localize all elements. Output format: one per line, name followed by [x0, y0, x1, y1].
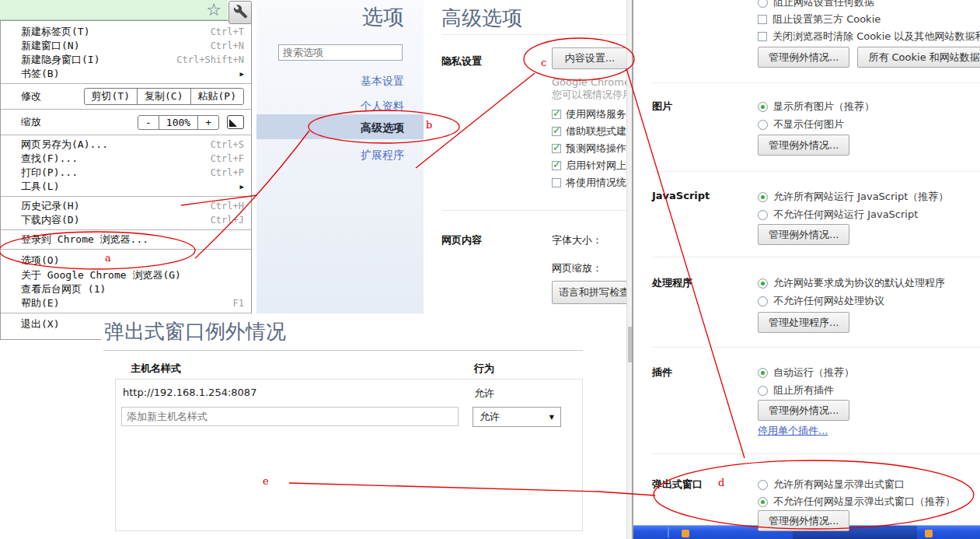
images-section-label: 图片: [652, 100, 672, 114]
menu-separator: [1, 109, 251, 110]
menu-label: 打印(P)...: [21, 166, 78, 180]
taskbar-app-icon[interactable]: [682, 530, 689, 537]
menu-item-sign-in[interactable]: 登录到 Chrome 浏览器...: [1, 233, 251, 247]
section-divider: [652, 171, 980, 172]
privacy-checkbox-row: 预测网络操作，: [552, 142, 626, 156]
bookmark-star-icon[interactable]: ☆: [206, 0, 221, 20]
edit-button-group: 剪切(T) 复制(C) 粘贴(P): [84, 88, 244, 105]
language-spellcheck-button[interactable]: 语言和拼写检查...: [552, 281, 626, 304]
screenshot-root: ☆ 新建标签页(T)Ctrl+T 新建窗口(N)Ctrl+N 新建隐身窗口(I)…: [0, 0, 980, 539]
menu-item-new-tab[interactable]: 新建标签页(T)Ctrl+T: [1, 25, 251, 39]
privacy-description-line2: 您可以视情况停用: [552, 88, 626, 102]
radio-unselected-icon[interactable]: [758, 210, 768, 220]
menu-shortcut: Ctrl+H: [211, 201, 244, 212]
menu-item-print[interactable]: 打印(P)...Ctrl+P: [1, 166, 251, 180]
menu-item-downloads[interactable]: 下载内容(D)Ctrl+J: [1, 213, 251, 227]
menu-label: 历史记录(H): [21, 199, 79, 213]
checkbox-unchecked-icon[interactable]: [758, 15, 767, 24]
privacy-settings-label: 隐私设置: [441, 54, 482, 68]
checkbox-unchecked-icon[interactable]: [758, 32, 767, 41]
copy-button[interactable]: 复制(C): [137, 89, 190, 104]
fullscreen-icon[interactable]: [227, 115, 244, 129]
menu-item-find[interactable]: 查找(F)...Ctrl+F: [1, 152, 251, 166]
menu-separator: [1, 229, 251, 230]
radio-label: 不允许任何网站显示弹出式窗口（推荐）: [773, 495, 955, 509]
disable-individual-plugins-link[interactable]: 停用单个插件...: [758, 424, 828, 438]
radio-selected-icon[interactable]: [758, 102, 768, 112]
menu-item-bookmarks[interactable]: 书签(B)▶: [1, 67, 251, 81]
javascript-manage-exceptions-button[interactable]: 管理例外情况...: [758, 224, 849, 245]
menu-shortcut: Ctrl+N: [211, 40, 244, 51]
popup-exceptions-dialog: 弹出式窗口例外情况 主机名样式 行为 http://192.168.1.254:…: [101, 313, 598, 535]
sidebar-item-basics[interactable]: 基本设置: [361, 75, 404, 89]
menu-item-history[interactable]: 历史记录(H)Ctrl+H: [1, 199, 251, 213]
scrollbar-thumb[interactable]: [628, 327, 632, 362]
cut-button[interactable]: 剪切(T): [85, 89, 137, 104]
font-size-label: 字体大小：: [552, 233, 602, 247]
radio-unselected-icon[interactable]: [758, 296, 768, 306]
taskbar-app-icon[interactable]: [925, 530, 933, 537]
menu-item-about[interactable]: 关于 Google Chrome 浏览器(G): [1, 268, 251, 282]
section-divider: [652, 347, 980, 348]
checkbox-label: 启用针对网上诱: [566, 159, 626, 173]
checkbox-checked-icon[interactable]: [552, 144, 561, 153]
radio-label: 允许所有网站显示弹出式窗口: [773, 478, 905, 492]
menu-item-tools[interactable]: 工具(L)▶: [1, 180, 251, 194]
radio-unselected-icon[interactable]: [758, 480, 768, 490]
paste-button[interactable]: 粘贴(P): [190, 89, 243, 104]
all-cookies-button[interactable]: 所有 Cookie 和网站数据...: [857, 47, 980, 68]
menu-item-zoom: 缩放 - 100% +: [1, 112, 251, 132]
menu-label: 帮助(E): [21, 296, 59, 310]
behavior-select[interactable]: 允许 ▼: [473, 407, 561, 427]
browser-toolbar: ☆: [0, 0, 228, 20]
wrench-menu-button[interactable]: [228, 1, 252, 24]
menu-separator: [1, 249, 251, 250]
menu-item-options[interactable]: 选项(O): [1, 252, 251, 268]
menu-item-new-window[interactable]: 新建窗口(N)Ctrl+N: [1, 39, 251, 53]
menu-separator: [1, 83, 251, 84]
add-hostname-pattern-input[interactable]: [121, 407, 459, 426]
checkbox-checked-icon[interactable]: [552, 161, 561, 170]
menu-item-view-background-pages[interactable]: 查看后台网页 (1): [1, 282, 251, 296]
menu-label: 新建隐身窗口(I): [21, 53, 99, 67]
menu-label: 新建标签页(T): [21, 25, 89, 39]
manage-handlers-button[interactable]: 管理处理程序...: [758, 312, 849, 333]
sidebar-item-advanced[interactable]: 高级选项: [361, 121, 404, 135]
scrollbar[interactable]: [626, 0, 633, 539]
search-options-input[interactable]: [278, 44, 403, 61]
cookie-manage-exceptions-button[interactable]: 管理例外情况...: [758, 47, 849, 68]
checkbox-checked-icon[interactable]: [552, 127, 561, 136]
menu-label: 缩放: [21, 115, 41, 129]
radio-selected-icon[interactable]: [758, 368, 768, 378]
menu-item-new-incognito[interactable]: 新建隐身窗口(I)Ctrl+Shift+N: [1, 53, 251, 67]
menu-shortcut: Ctrl+J: [211, 215, 244, 226]
sidebar-item-personal[interactable]: 个人资料: [361, 100, 404, 114]
radio-label: 阻止所有插件: [773, 383, 834, 397]
zoom-out-button[interactable]: -: [138, 116, 159, 129]
zoom-in-button[interactable]: +: [197, 116, 218, 129]
content-settings-button[interactable]: 内容设置...: [552, 47, 626, 69]
radio-selected-icon[interactable]: [758, 497, 768, 507]
menu-shortcut: F1: [233, 298, 244, 309]
menu-item-help[interactable]: 帮助(E)F1: [1, 296, 251, 310]
radio-selected-icon[interactable]: [758, 278, 768, 289]
exceptions-table: [115, 379, 583, 531]
radio-unselected-icon[interactable]: [758, 120, 768, 130]
radio-unselected-icon[interactable]: [758, 0, 768, 8]
radio-unselected-icon[interactable]: [758, 386, 768, 396]
popups-manage-exceptions-button[interactable]: 管理例外情况...: [758, 510, 849, 531]
options-page-title: 选项: [362, 3, 404, 31]
images-manage-exceptions-button[interactable]: 管理例外情况...: [758, 135, 849, 156]
cookie-clear-on-exit-option: 关闭浏览器时清除 Cookie 以及其他网站数据和: [758, 30, 980, 44]
menu-item-save-page[interactable]: 网页另存为(A)...Ctrl+S: [1, 138, 251, 152]
section-divider: [652, 453, 980, 454]
radio-selected-icon[interactable]: [758, 192, 768, 202]
checkbox-checked-icon[interactable]: [552, 110, 561, 119]
taskbar-divider: [668, 527, 669, 537]
checkbox-unchecked-icon[interactable]: [552, 178, 561, 187]
sidebar-item-extensions[interactable]: 扩展程序: [361, 149, 404, 163]
menu-separator: [1, 196, 251, 197]
plugins-manage-exceptions-button[interactable]: 管理例外情况...: [758, 400, 849, 421]
divider: [103, 350, 583, 351]
privacy-checkbox-row: 启用针对网上诱: [552, 159, 626, 173]
